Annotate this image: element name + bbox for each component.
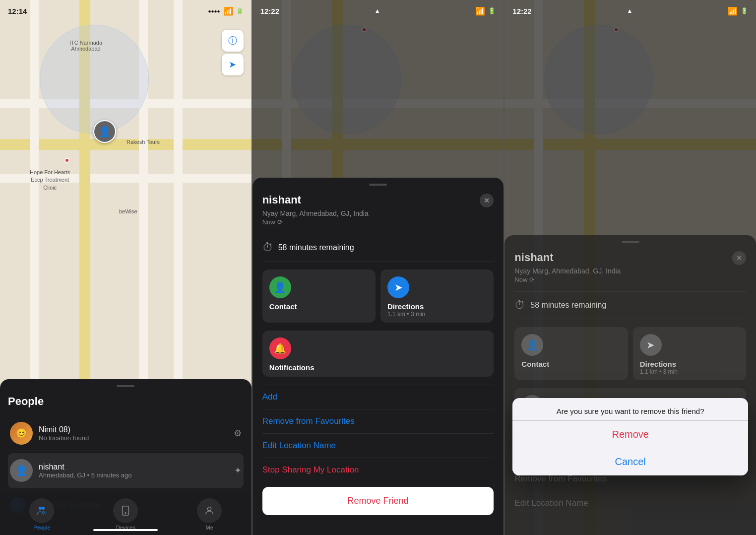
detail-time-2: Now ⟳ [262, 218, 494, 226]
status-time-2: 12:22 [260, 7, 279, 15]
map-label-itc: ITC NarmadaAhmedabad [69, 40, 102, 52]
contact-icon-2: 👤 [269, 276, 291, 298]
close-button-2[interactable]: ✕ [480, 194, 494, 207]
panel-2: 12:22 ▲ 📶 🔋 nishant ✕ Nyay Marg, Ahmedab… [252, 0, 504, 535]
status-time-3: 12:22 [512, 7, 531, 15]
stop-sharing-2[interactable]: Stop Sharing My Location [262, 458, 494, 482]
tab-people-label: People [33, 525, 50, 531]
map-pin-red [64, 158, 69, 163]
person-sub-nishant: Ahmedabad, GJ • 5 minutes ago [39, 471, 234, 479]
svg-point-3 [125, 513, 126, 514]
remove-button[interactable]: Remove [512, 421, 748, 448]
add-link-2[interactable]: Add [262, 385, 494, 409]
person-info-nishant: nishant Ahmedabad, GJ • 5 minutes ago [39, 463, 234, 479]
detail-header-3: nishant ✕ [514, 251, 746, 265]
person-info-nimit: Nimit 08) No location found [39, 425, 234, 442]
map-label-hope: Hope For HeartsEccp TreatmentClinic [30, 169, 70, 192]
cancel-button[interactable]: Cancel [512, 448, 748, 475]
timer-icon-3: ⏱ [514, 299, 525, 312]
sheet-handle [117, 385, 134, 387]
status-bar-2: 12:22 ▲ 📶 🔋 [252, 0, 504, 22]
detail-name-3: nishant [514, 251, 553, 264]
location-arrow-2: ▲ [375, 7, 380, 14]
detail-sheet-3: nishant ✕ Nyay Marg, Ahmedabad, GJ, Indi… [504, 235, 756, 535]
detail-header-2: nishant ✕ [262, 194, 494, 207]
nishant-action-icon: ✦ [234, 465, 242, 476]
action-contact-3: 👤 Contact [514, 327, 628, 380]
status-icons-2: 📶 🔋 [475, 6, 496, 16]
nimit-action-icon: ⚙ [234, 428, 242, 439]
location-arrow-3: ▲ [627, 7, 632, 14]
svg-point-1 [42, 507, 45, 510]
tab-bar-1: People Devices Me [0, 493, 252, 535]
detail-time-3: Now ⟳ [514, 276, 746, 283]
status-time-1: 12:14 [8, 7, 27, 15]
info-button[interactable]: ⓘ [222, 30, 244, 52]
user-pin: 👤 [93, 120, 116, 143]
timer-text-2: 58 minutes remaining [278, 243, 354, 252]
contact-label-2: Contact [269, 302, 369, 311]
timer-text-3: 58 minutes remaining [530, 301, 606, 310]
status-bar-1: 12:14 ●●●● 📶 🔋 [0, 0, 252, 22]
svg-rect-2 [123, 506, 129, 515]
detail-address-2: Nyay Marg, Ahmedabad, GJ, India [262, 209, 494, 217]
battery-icon-2: 🔋 [488, 7, 496, 14]
notifications-icon-2: 🔔 [269, 337, 291, 359]
svg-point-4 [208, 507, 211, 511]
map-label-rakesh: Rakesh Tours [126, 139, 160, 145]
directions-label-3: Directions [640, 360, 739, 368]
person-name-nimit: Nimit 08) [39, 425, 234, 434]
tab-me-label: Me [206, 525, 213, 531]
action-directions-3: ➤ Directions 1.1 km • 3 min [633, 327, 746, 380]
timer-row-2: ⏱ 58 minutes remaining [262, 234, 494, 262]
status-icons-3: 📶 🔋 [728, 6, 748, 16]
panel-3: 12:22 ▲ 📶 🔋 nishant ✕ Nyay Marg, Ahmedab… [504, 0, 756, 535]
tab-me-icon [197, 498, 222, 523]
remove-friend-card-2[interactable]: Remove Friend [262, 487, 494, 515]
person-sub-nimit: No location found [39, 434, 234, 442]
alert-dialog: Are you sure you want to remove this fri… [512, 398, 748, 475]
contact-label-3: Contact [521, 360, 621, 368]
avatar-nishant: 👤 [10, 459, 33, 482]
status-icons-1: ●●●● 📶 🔋 [208, 6, 244, 16]
detail-address-3: Nyay Marg, Ahmedabad, GJ, India [514, 267, 746, 275]
edit-location-name-3: Edit Location Name [514, 491, 746, 515]
person-name-nishant: nishant [39, 463, 234, 471]
wifi-icon-1: 📶 [223, 6, 233, 16]
svg-point-0 [39, 507, 42, 510]
avatar-nimit: 😊 [10, 422, 33, 445]
action-contact-2[interactable]: 👤 Contact [262, 269, 376, 323]
person-row-nimit[interactable]: 😊 Nimit 08) No location found ⚙ [8, 416, 244, 451]
map-label-bewise: beWise [119, 208, 137, 214]
detail-sheet-2: nishant ✕ Nyay Marg, Ahmedabad, GJ, Indi… [252, 178, 504, 535]
contact-icon-3: 👤 [521, 334, 543, 356]
tab-people-icon [29, 498, 54, 523]
tab-devices[interactable]: Devices [84, 498, 168, 531]
detail-name-2: nishant [262, 194, 301, 206]
action-grid-2: 👤 Contact ➤ Directions 1.1 km • 3 min [262, 269, 494, 323]
tab-me[interactable]: Me [168, 498, 252, 531]
edit-location-name-2[interactable]: Edit Location Name [262, 433, 494, 458]
status-bar-3: 12:22 ▲ 📶 🔋 [504, 0, 756, 22]
directions-sublabel-2: 1.1 km • 3 min [387, 311, 487, 318]
location-button[interactable]: ➤ [222, 54, 244, 75]
directions-label-2: Directions [387, 302, 487, 311]
map-controls: ⓘ ➤ [222, 30, 244, 75]
action-notifications-2[interactable]: 🔔 Notifications [262, 331, 494, 377]
remove-friend-text-2: Remove Friend [347, 496, 408, 506]
people-title: People [8, 395, 244, 408]
home-indicator-1 [93, 529, 158, 531]
person-row-nishant[interactable]: 👤 nishant Ahmedabad, GJ • 5 minutes ago … [8, 453, 244, 488]
battery-icon-3: 🔋 [741, 7, 748, 14]
tab-people[interactable]: People [0, 498, 84, 531]
action-directions-2[interactable]: ➤ Directions 1.1 km • 3 min [380, 269, 494, 323]
directions-sublabel-3: 1.1 km • 3 min [640, 368, 739, 375]
directions-icon-3: ➤ [640, 334, 662, 356]
close-button-3: ✕ [732, 251, 746, 265]
directions-icon-2: ➤ [387, 276, 409, 298]
remove-favourites-2[interactable]: Remove from Favourites [262, 409, 494, 433]
notifications-label-2: Notifications [269, 363, 487, 372]
sheet-handle-2 [369, 184, 387, 186]
wifi-icon-3: 📶 [728, 6, 738, 16]
timer-row-3: ⏱ 58 minutes remaining [514, 291, 746, 319]
